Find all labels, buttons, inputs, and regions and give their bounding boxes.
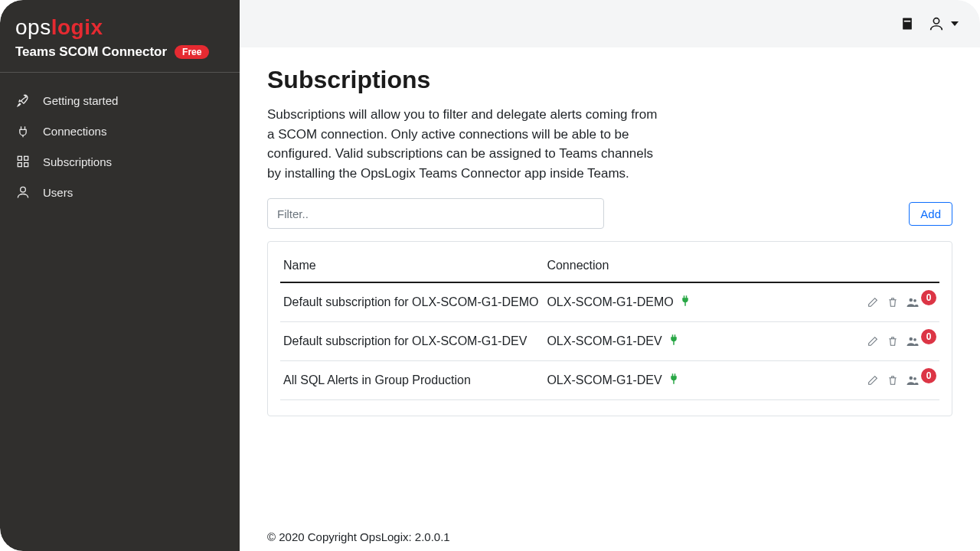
sidebar-item-label: Users bbox=[43, 186, 73, 199]
assign-users-button[interactable] bbox=[906, 334, 920, 348]
plug-connected-icon bbox=[667, 372, 681, 389]
table-row: Default subscription for OLX-SCOM-G1-DEV… bbox=[280, 322, 939, 361]
sidebar-nav: Getting started Connections Subscription… bbox=[0, 73, 240, 220]
footer: © 2020 Copyright OpsLogix: 2.0.0.1 bbox=[240, 530, 980, 551]
plug-connected-icon bbox=[667, 333, 681, 350]
svg-rect-2 bbox=[18, 163, 21, 167]
svg-rect-1 bbox=[24, 156, 28, 160]
sidebar-item-label: Subscriptions bbox=[43, 155, 112, 168]
user-count-badge: 0 bbox=[921, 290, 936, 305]
svg-point-13 bbox=[913, 377, 916, 380]
sidebar-item-getting-started[interactable]: Getting started bbox=[0, 85, 240, 116]
edit-button[interactable] bbox=[866, 295, 880, 309]
cell-name: Default subscription for OLX-SCOM-G1-DEV bbox=[280, 322, 544, 361]
topbar bbox=[240, 0, 980, 47]
connection-name: OLX-SCOM-G1-DEV bbox=[547, 373, 662, 387]
delete-button[interactable] bbox=[886, 373, 900, 387]
page-title: Subscriptions bbox=[267, 66, 952, 94]
svg-rect-0 bbox=[18, 156, 21, 160]
brand: opslogix Teams SCOM Connector Free bbox=[0, 0, 240, 73]
sidebar-item-label: Connections bbox=[43, 125, 106, 138]
add-button[interactable]: Add bbox=[909, 202, 952, 226]
brand-pre: ops bbox=[15, 15, 51, 39]
delete-button[interactable] bbox=[886, 295, 900, 309]
user-icon bbox=[15, 184, 31, 200]
svg-point-9 bbox=[913, 299, 916, 302]
col-header-name: Name bbox=[280, 251, 544, 282]
connection-name: OLX-SCOM-G1-DEV bbox=[547, 334, 662, 348]
svg-point-8 bbox=[910, 298, 913, 302]
brand-subtitle: Teams SCOM Connector bbox=[15, 44, 167, 60]
svg-point-7 bbox=[933, 18, 939, 24]
brand-post: logix bbox=[51, 15, 103, 39]
subscriptions-table: Name Connection Default subscription for… bbox=[280, 251, 939, 400]
chevron-down-icon bbox=[951, 21, 959, 26]
brand-logo: opslogix bbox=[15, 15, 224, 40]
user-count-badge: 0 bbox=[921, 329, 936, 344]
svg-point-11 bbox=[913, 338, 916, 341]
svg-rect-6 bbox=[904, 21, 910, 22]
user-menu[interactable] bbox=[928, 15, 959, 32]
sidebar-item-connections[interactable]: Connections bbox=[0, 116, 240, 146]
docs-icon[interactable] bbox=[899, 15, 916, 32]
delete-button[interactable] bbox=[886, 334, 900, 348]
edit-button[interactable] bbox=[866, 334, 880, 348]
cell-connection: OLX-SCOM-G1-DEV bbox=[544, 322, 817, 361]
assign-users-button[interactable] bbox=[906, 373, 920, 387]
svg-rect-3 bbox=[24, 163, 28, 167]
col-header-connection: Connection bbox=[544, 251, 817, 282]
sidebar-item-subscriptions[interactable]: Subscriptions bbox=[0, 146, 240, 177]
plug-icon bbox=[15, 123, 31, 139]
sidebar-item-users[interactable]: Users bbox=[0, 177, 240, 207]
cell-connection: OLX-SCOM-G1-DEV bbox=[544, 361, 817, 400]
connection-name: OLX-SCOM-G1-DEMO bbox=[547, 295, 673, 309]
user-icon bbox=[928, 15, 945, 32]
table-row: All SQL Alerts in Group Production OLX-S… bbox=[280, 361, 939, 400]
plug-connected-icon bbox=[678, 294, 692, 311]
cell-name: Default subscription for OLX-SCOM-G1-DEM… bbox=[280, 282, 544, 322]
assign-users-button[interactable] bbox=[906, 295, 920, 309]
content: Subscriptions Subscriptions will allow y… bbox=[240, 47, 980, 530]
svg-point-4 bbox=[21, 187, 26, 192]
svg-rect-5 bbox=[903, 18, 912, 30]
table-row: Default subscription for OLX-SCOM-G1-DEM… bbox=[280, 282, 939, 322]
main: Subscriptions Subscriptions will allow y… bbox=[240, 0, 980, 551]
subscriptions-table-card: Name Connection Default subscription for… bbox=[267, 241, 952, 416]
page-intro: Subscriptions will allow you to filter a… bbox=[267, 105, 665, 183]
sidebar-item-label: Getting started bbox=[43, 94, 118, 107]
svg-point-12 bbox=[910, 377, 913, 380]
filter-input[interactable] bbox=[267, 198, 604, 229]
cell-name: All SQL Alerts in Group Production bbox=[280, 361, 544, 400]
free-badge: Free bbox=[175, 45, 209, 59]
toolbar: Add bbox=[267, 198, 952, 229]
sidebar: opslogix Teams SCOM Connector Free Getti… bbox=[0, 0, 240, 551]
user-count-badge: 0 bbox=[921, 368, 936, 383]
grid-icon bbox=[15, 154, 31, 169]
svg-point-10 bbox=[910, 337, 913, 341]
rocket-icon bbox=[15, 93, 31, 108]
cell-connection: OLX-SCOM-G1-DEMO bbox=[544, 282, 817, 322]
edit-button[interactable] bbox=[866, 373, 880, 387]
